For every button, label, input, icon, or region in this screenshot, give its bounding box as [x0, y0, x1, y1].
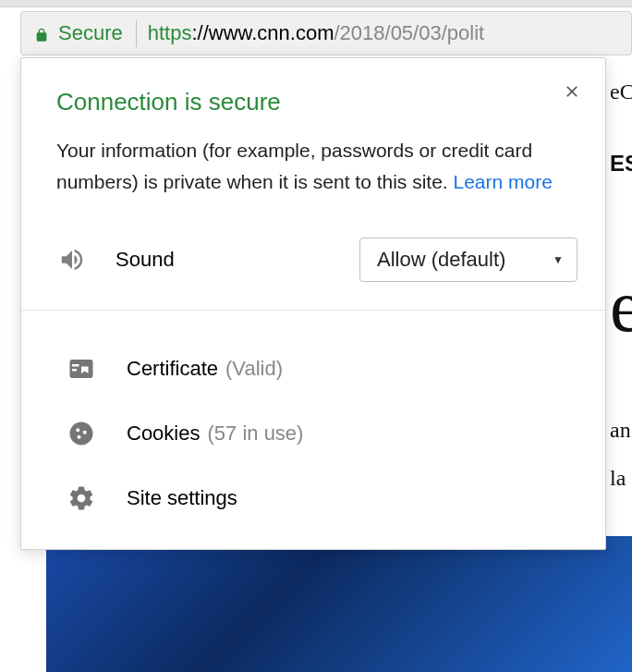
sound-label: Sound	[115, 248, 359, 272]
secure-label: Secure	[58, 21, 123, 45]
connection-secure-title: Connection is secure	[56, 88, 570, 116]
svg-point-3	[78, 435, 81, 439]
certificate-item[interactable]: Certificate (Valid)	[21, 336, 605, 401]
gear-icon	[67, 484, 95, 512]
svg-point-2	[83, 431, 87, 434]
url-text[interactable]: https://www.cnn.com/2018/05/03/polit	[148, 21, 484, 45]
certificate-icon	[67, 355, 95, 383]
sound-select[interactable]: Allow (default)	[359, 238, 577, 282]
sound-permission-row: Sound Allow (default)	[21, 221, 605, 311]
cookies-item[interactable]: Cookies (57 in use)	[21, 401, 605, 466]
sound-icon	[58, 246, 86, 274]
address-divider	[136, 19, 137, 47]
url-path: /2018/05/03/polit	[334, 21, 484, 45]
window-top-stripe	[0, 0, 632, 7]
cookies-label: Cookies	[127, 422, 200, 446]
page-background-image	[46, 536, 632, 672]
url-host: ://www.cnn.com	[191, 21, 334, 45]
site-info-popup: Connection is secure Your information (f…	[20, 57, 606, 550]
svg-point-0	[70, 422, 93, 446]
site-settings-item[interactable]: Site settings	[21, 466, 605, 531]
lock-icon	[34, 24, 49, 43]
site-settings-label: Site settings	[127, 486, 237, 510]
certificate-label: Certificate	[127, 357, 218, 381]
connection-description: Your information (for example, passwords…	[56, 135, 570, 197]
address-bar[interactable]: Secure https://www.cnn.com/2018/05/03/po…	[20, 11, 632, 55]
cookies-icon	[67, 420, 95, 447]
certificate-status: (Valid)	[225, 357, 283, 381]
learn-more-link[interactable]: Learn more	[454, 171, 553, 192]
cookies-status: (57 in use)	[207, 422, 303, 446]
svg-point-1	[76, 428, 79, 432]
url-scheme: https	[148, 21, 192, 45]
